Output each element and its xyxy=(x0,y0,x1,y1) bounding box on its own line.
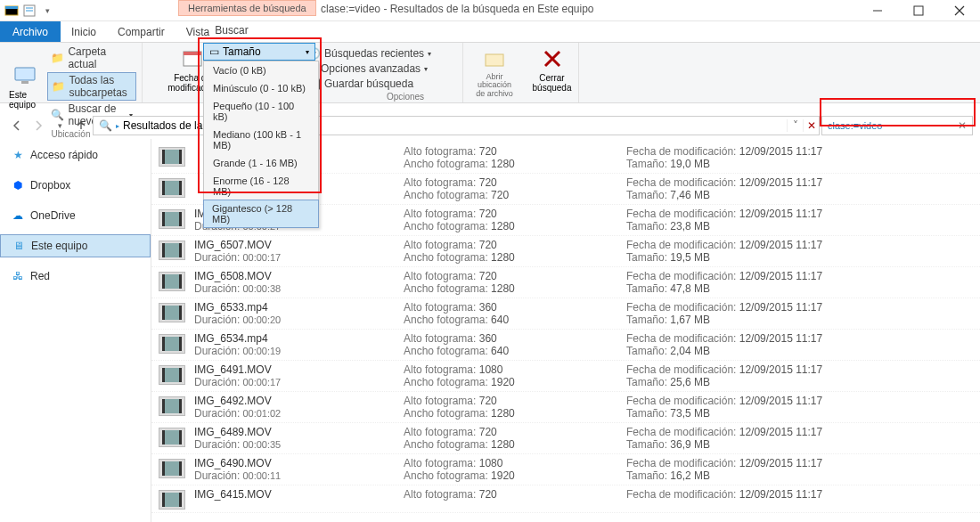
network-icon: 🖧 xyxy=(11,269,25,283)
folders-icon: 📁 xyxy=(52,80,65,93)
search-icon: 🔍 xyxy=(51,109,64,121)
properties-icon[interactable] xyxy=(21,3,37,19)
close-search-button[interactable]: Cerrar búsqueda xyxy=(531,45,573,94)
folder-icon: 📁 xyxy=(51,52,64,64)
frame-height: Alto fotograma: 720 xyxy=(404,488,617,501)
file-size: Tamaño: 19,0 MB xyxy=(626,158,973,170)
date-modified: Fecha de modificación: 12/09/2015 11:17 xyxy=(626,270,973,282)
size-menu-item[interactable]: Grande (1 - 16 MB) xyxy=(204,154,318,172)
sidebar-item-network[interactable]: 🖧Red xyxy=(0,265,151,287)
file-row[interactable]: IMG_6415.MOVAlto fotograma: 720Fecha de … xyxy=(151,485,980,513)
svg-rect-19 xyxy=(162,181,182,195)
this-pc-button[interactable]: Este equipo xyxy=(5,61,44,111)
svg-rect-30 xyxy=(179,274,182,289)
file-size: Tamaño: 23,8 MB xyxy=(626,220,973,232)
file-row[interactable]: IMG_6508.MOVDuración: 00:00:38Alto fotog… xyxy=(151,267,980,298)
size-menu-item[interactable]: Minúsculo (0 - 10 kB) xyxy=(204,79,318,97)
size-menu-item[interactable]: Enorme (16 - 128 MB) xyxy=(204,172,318,200)
file-row[interactable]: IMG_6490.MOVDuración: 00:00:11Alto fotog… xyxy=(151,454,980,485)
frame-width: Ancho fotograma: 720 xyxy=(404,189,617,201)
file-row[interactable]: IMG_6533.mp4Duración: 00:00:20Alto fotog… xyxy=(151,298,980,330)
advanced-options-button[interactable]: ⚙Opciones avanzadas▾ xyxy=(304,61,457,76)
file-size: Tamaño: 2,04 MB xyxy=(626,345,973,357)
svg-rect-28 xyxy=(162,274,182,289)
save-search-button[interactable]: 💾Guardar búsqueda xyxy=(304,77,457,91)
chevron-down-icon: ▾ xyxy=(306,48,309,56)
svg-rect-20 xyxy=(162,181,165,195)
frame-width: Ancho fotograma: 1920 xyxy=(404,469,617,482)
sidebar-item-dropbox[interactable]: ⬢Dropbox xyxy=(0,175,151,196)
frame-height: Alto fotograma: 720 xyxy=(404,239,617,251)
frame-height: Alto fotograma: 360 xyxy=(404,332,617,345)
svg-rect-46 xyxy=(162,461,182,476)
frame-height: Alto fotograma: 1080 xyxy=(404,457,617,469)
svg-rect-43 xyxy=(162,430,182,445)
qat-dropdown-icon[interactable]: ▾ xyxy=(39,3,55,19)
sidebar-item-quick-access[interactable]: ★Acceso rápido xyxy=(0,144,151,166)
date-modified: Fecha de modificación: 12/09/2015 11:17 xyxy=(626,145,973,158)
share-tab[interactable]: Compartir xyxy=(107,21,176,42)
svg-rect-39 xyxy=(179,368,182,382)
frame-height: Alto fotograma: 720 xyxy=(404,270,617,282)
file-menu[interactable]: Archivo xyxy=(0,21,61,42)
minimize-button[interactable] xyxy=(857,0,898,21)
svg-rect-12 xyxy=(184,52,201,55)
size-menu-item[interactable]: Pequeño (10 - 100 kB) xyxy=(204,97,318,126)
video-thumb-icon xyxy=(159,303,185,322)
sidebar-item-this-pc[interactable]: 🖥Este equipo xyxy=(0,234,151,257)
size-menu-item[interactable]: Vacío (0 kB) xyxy=(204,61,318,79)
svg-rect-45 xyxy=(179,430,182,445)
file-name: IMG_6491.MOV xyxy=(194,363,395,376)
date-modified: Fecha de modificación: 12/09/2015 11:17 xyxy=(626,332,973,345)
maximize-button[interactable] xyxy=(898,0,939,21)
file-name: IMG_6534.mp4 xyxy=(194,332,395,345)
svg-rect-51 xyxy=(179,493,182,507)
file-row[interactable]: IMG_6534.mp4Duración: 00:00:19Alto fotog… xyxy=(151,330,980,361)
search-tab[interactable]: Buscar xyxy=(178,21,285,39)
date-modified: Fecha de modificación: 12/09/2015 11:17 xyxy=(626,301,973,314)
address-dropdown[interactable]: ˅ xyxy=(787,119,803,132)
frame-height: Alto fotograma: 720 xyxy=(404,395,617,407)
file-row[interactable]: IMG_6492.MOVDuración: 00:01:02Alto fotog… xyxy=(151,392,980,423)
size-menu-item[interactable]: Mediano (100 kB - 1 MB) xyxy=(204,126,318,154)
frame-width: Ancho fotograma: 1280 xyxy=(404,438,617,451)
file-name: IMG_6490.MOV xyxy=(194,457,395,469)
recent-searches-button[interactable]: 🕑Búsquedas recientes▾ xyxy=(304,46,457,61)
size-filter-button[interactable]: ▭ Tamaño ▾ xyxy=(203,43,315,61)
svg-rect-26 xyxy=(162,243,165,257)
file-name: IMG_6492.MOV xyxy=(194,395,395,407)
svg-rect-36 xyxy=(179,337,182,351)
stop-button[interactable]: ✕ xyxy=(803,119,819,132)
file-row[interactable]: IMG_6489.MOVDuración: 00:00:35Alto fotog… xyxy=(151,423,980,454)
svg-rect-34 xyxy=(162,337,182,351)
current-folder-option[interactable]: 📁Carpeta actual xyxy=(47,45,136,71)
search-box[interactable]: ✕ xyxy=(821,116,973,135)
monitor-icon: 🖥 xyxy=(12,239,26,253)
file-size: Tamaño: 36,9 MB xyxy=(626,438,973,451)
frame-width: Ancho fotograma: 1280 xyxy=(404,220,617,232)
all-subfolders-option[interactable]: 📁Todas las subcarpetas xyxy=(47,72,136,101)
forward-button[interactable] xyxy=(29,116,48,135)
home-tab[interactable]: Inicio xyxy=(61,21,107,42)
frame-width: Ancho fotograma: 1280 xyxy=(404,282,617,295)
svg-rect-9 xyxy=(15,68,35,80)
sidebar-item-onedrive[interactable]: ☁OneDrive xyxy=(0,205,151,226)
address-bar[interactable]: 🔍 ▸ Resultados de la búsqueda ˅ ✕ xyxy=(93,116,820,135)
file-size: Tamaño: 73,5 MB xyxy=(626,407,973,420)
size-menu-item[interactable]: Gigantesco (> 128 MB) xyxy=(203,200,319,228)
file-row[interactable]: IMG_6491.MOVDuración: 00:00:17Alto fotog… xyxy=(151,361,980,392)
svg-rect-25 xyxy=(162,243,182,257)
video-thumb-icon xyxy=(159,396,185,416)
svg-rect-13 xyxy=(486,54,503,66)
file-row[interactable]: IMG_6507.MOVDuración: 00:00:17Alto fotog… xyxy=(151,236,980,267)
search-input[interactable] xyxy=(828,120,943,131)
close-button[interactable] xyxy=(939,0,980,21)
navigation-sidebar: ★Acceso rápido ⬢Dropbox ☁OneDrive 🖥Este … xyxy=(0,139,151,522)
frame-height: Alto fotograma: 720 xyxy=(404,208,617,220)
clear-search-icon[interactable]: ✕ xyxy=(958,119,967,132)
video-thumb-icon xyxy=(159,365,185,385)
svg-rect-40 xyxy=(162,399,182,413)
svg-rect-17 xyxy=(162,150,165,164)
open-file-location-button[interactable]: Abrir ubicación de archivo xyxy=(469,45,520,100)
chevron-down-icon: ▾ xyxy=(424,65,428,73)
